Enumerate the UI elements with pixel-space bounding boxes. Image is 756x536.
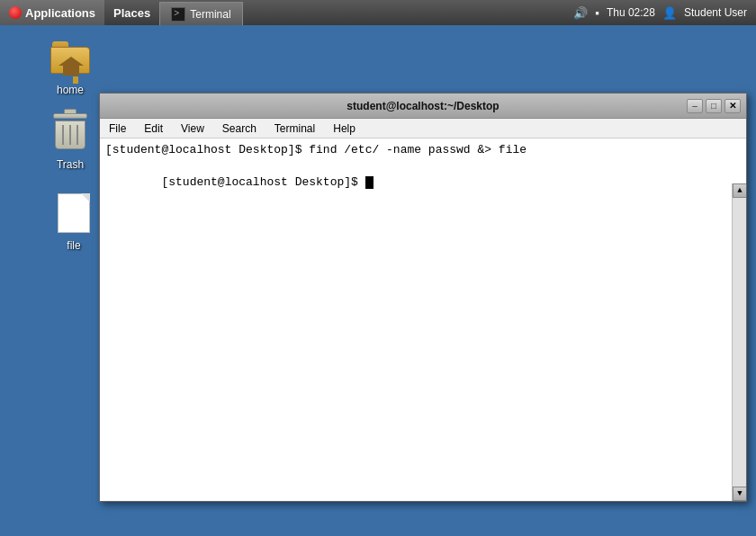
desktop-icon-trash[interactable]: Trash xyxy=(34,111,106,172)
terminal-menubar: File Edit View Search Terminal Help xyxy=(100,119,746,138)
house-door xyxy=(73,76,78,84)
maximize-button[interactable]: □ xyxy=(706,99,722,113)
scroll-down-button[interactable]: ▼ xyxy=(733,487,746,501)
applications-icon xyxy=(9,6,22,19)
applications-menu[interactable]: Applications xyxy=(0,0,104,25)
taskbar: Applications Places Terminal 🔊 ▪ Thu 02:… xyxy=(0,0,756,25)
close-button[interactable]: ✕ xyxy=(724,99,741,113)
menu-view[interactable]: View xyxy=(172,121,213,137)
terminal-prompt: [student@localhost Desktop]$ xyxy=(161,175,364,189)
trash-line-2 xyxy=(69,125,71,145)
menu-search[interactable]: Search xyxy=(213,121,266,137)
terminal-tab-label: Terminal xyxy=(190,8,230,21)
menu-edit[interactable]: Edit xyxy=(135,121,172,137)
terminal-tab-icon xyxy=(171,7,185,22)
trash-body xyxy=(55,121,86,149)
file-graphic xyxy=(58,193,90,233)
terminal-scrollbar[interactable]: ▲ ▼ xyxy=(732,183,746,501)
terminal-window-controls: – □ ✕ xyxy=(687,99,741,113)
desktop: home Trash file xyxy=(0,25,756,536)
terminal-titlebar: student@localhost:~/Desktop – □ ✕ xyxy=(100,94,746,119)
scroll-up-button[interactable]: ▲ xyxy=(733,183,746,198)
terminal-taskbar-tab[interactable]: Terminal xyxy=(159,2,242,25)
house-body xyxy=(63,65,79,76)
menu-terminal[interactable]: Terminal xyxy=(266,121,324,137)
trash-line-3 xyxy=(76,125,78,145)
terminal-title: student@localhost:~/Desktop xyxy=(346,100,499,112)
trash-icon-label: Trash xyxy=(54,157,86,172)
file-icon-img-wrap xyxy=(52,192,95,235)
minimize-button[interactable]: – xyxy=(687,99,703,113)
trash-lid xyxy=(53,113,87,119)
menu-help[interactable]: Help xyxy=(324,121,364,137)
volume-icon[interactable]: 🔊 xyxy=(573,6,588,20)
home-icon-label: home xyxy=(54,83,86,97)
username: Student User xyxy=(684,6,747,19)
menu-file[interactable]: File xyxy=(100,121,135,137)
trash-line-1 xyxy=(62,125,64,145)
display-icon: ▪ xyxy=(595,6,599,20)
folder-body xyxy=(50,47,90,74)
home-folder-icon-img xyxy=(49,36,92,79)
file-icon-label: file xyxy=(64,238,83,253)
clock: Thu 02:28 xyxy=(607,6,655,19)
terminal-window: student@localhost:~/Desktop – □ ✕ File E… xyxy=(99,93,747,502)
desktop-icon-home[interactable]: home xyxy=(34,36,106,97)
folder-graphic xyxy=(50,41,90,74)
taskbar-left: Applications Places Terminal xyxy=(0,0,573,25)
trash-graphic xyxy=(53,113,87,151)
terminal-line-2: [student@localhost Desktop]$ xyxy=(105,158,741,208)
terminal-line-1: [student@localhost Desktop]$ find /etc/ … xyxy=(105,142,741,158)
terminal-content[interactable]: [student@localhost Desktop]$ find /etc/ … xyxy=(100,138,746,501)
places-label: Places xyxy=(113,6,150,20)
user-icon: 👤 xyxy=(662,6,677,20)
places-menu[interactable]: Places xyxy=(104,0,159,25)
trash-icon-img-wrap xyxy=(49,111,92,154)
taskbar-right: 🔊 ▪ Thu 02:28 👤 Student User xyxy=(573,6,756,20)
applications-label: Applications xyxy=(25,6,95,20)
file-body xyxy=(58,193,90,233)
terminal-cursor xyxy=(365,176,374,189)
house-graphic xyxy=(58,57,84,76)
